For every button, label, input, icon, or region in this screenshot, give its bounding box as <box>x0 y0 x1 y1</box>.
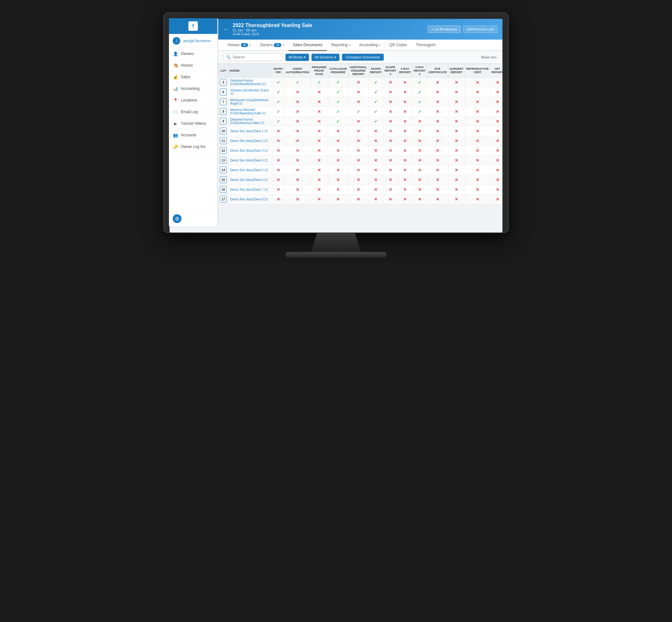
table-container[interactable]: LOT HORSE ENTRY FEE AGENT AUTHORISATION … <box>218 64 502 233</box>
table-row[interactable]: 6Yoshida (Jpn)/Amber Grace 21✓✕✕✓✕✓✕✕✓✕✕… <box>218 87 503 97</box>
back-button[interactable]: ← <box>223 26 229 33</box>
all-books-button[interactable]: All Books ▾ <box>285 54 309 61</box>
horse-name-cell[interactable]: Demo Sire (Aus)/Dam 6 21 <box>228 175 272 185</box>
table-row[interactable]: 14Demo Sire (Aus)/Dam 5 21✕✕✕✕✕✕✕✕✕✕✕✕✕✕… <box>218 165 503 175</box>
eye_cert-cell: ✕ <box>427 78 448 87</box>
reproductive_cert-cell: ✕ <box>465 78 490 87</box>
horse-name-cell[interactable]: Demo Sire (Aus)/Dam 5 21 <box>228 165 272 175</box>
cross-icon: ✕ <box>357 148 360 153</box>
table-row[interactable]: 10Demo Sire (Aus)/Dam 1 21✕✕✕✕✕✕✕✕✕✕✕✕✕✕… <box>218 126 503 136</box>
tab-sales-documents[interactable]: Sales Documents <box>289 40 327 51</box>
lot-cell: 3 <box>218 78 228 87</box>
sidebar-item-label: Owner Log Ins <box>181 144 205 149</box>
pedigree_proof-cell: ✕ <box>311 126 328 136</box>
settings-button[interactable]: ⚙ <box>173 214 181 223</box>
sidebar-item-owner-log-ins[interactable]: 🔑 Owner Log Ins <box>170 141 217 153</box>
cross-icon: ✕ <box>357 168 360 172</box>
tab-thoroughai[interactable]: ThoroughAI <box>411 40 440 51</box>
check-icon: ✓ <box>374 100 378 104</box>
consignor-docs-button[interactable]: Consignor Documents <box>342 54 384 61</box>
sidebar-user[interactable]: J Jack@Clientdemo <box>170 34 217 48</box>
horse-name-cell[interactable]: Yoshida (Jpn)/Amber Grace 21 <box>228 87 272 97</box>
cross-icon: ✕ <box>418 158 421 163</box>
entry_fee-cell: ✕ <box>272 126 284 136</box>
lot-badge: 10 <box>220 128 227 134</box>
table-row[interactable]: 12Demo Sire (Aus)/Dam 3 21✕✕✕✕✕✕✕✕✕✕✕✕✕✕… <box>218 146 503 156</box>
check-icon: ✓ <box>374 80 378 85</box>
horse-name-cell[interactable]: Demo Sire (Aus)/Dam 7 21 <box>228 185 272 195</box>
horses-badge: 43 <box>241 43 248 47</box>
search-input[interactable] <box>233 55 280 59</box>
xray_report2-cell: ✕ <box>412 175 427 185</box>
lot-breakdown-button[interactable]: + Lot Breakdown <box>428 26 461 33</box>
horse-name-cell[interactable]: Maximus Mischief (USA)/Appealing Katie 2… <box>228 107 272 116</box>
edit-lots-button[interactable]: Edit/Remove Lots <box>463 26 497 33</box>
sidebar-item-accounting[interactable]: 📊 Accounting <box>170 83 217 95</box>
table-row[interactable]: 17Demo Sire (Aus)/Dam 8 21✕✕✕✕✕✕✕✕✕✕✕✕✕✕… <box>218 195 503 204</box>
table-row[interactable]: 9Distorted Humor (USA)/Artemus Kitten 21… <box>218 116 503 126</box>
cross-icon: ✕ <box>296 197 299 202</box>
cross-icon: ✕ <box>476 177 479 182</box>
all-sessions-button[interactable]: All Sessions ▾ <box>312 54 340 61</box>
horse-name-cell[interactable]: Demo Sire (Aus)/Dam 2 21 <box>228 136 272 146</box>
horse-name-cell[interactable]: Demo Sire (Aus)/Dam 4 21 <box>228 156 272 165</box>
lot-badge: 15 <box>220 176 227 183</box>
col-header-scope-report: SCOPE REPORT <box>368 64 383 78</box>
table-row[interactable]: 7Mohaymen (Usa)/American Angel 21✓✕✕✓✕✓✕… <box>218 97 503 107</box>
table-row[interactable]: 13Demo Sire (Aus)/Dam 4 21✕✕✕✕✕✕✕✕✕✕✕✕✕✕… <box>218 156 503 165</box>
show-non-label: Show non- <box>481 55 497 59</box>
scope_report2-cell: ✕ <box>383 146 398 156</box>
agent_auth-cell: ✕ <box>284 165 311 175</box>
tab-accounting[interactable]: Accounting ▾ <box>355 40 385 51</box>
col-header-pedigree-proof: PEDIGREE PROOF PAGE <box>311 64 328 78</box>
scope_report2-cell: ✕ <box>383 107 398 116</box>
additional_pedigree-cell: ✓ <box>348 107 368 116</box>
sidebar-item-label: Horses <box>181 63 193 68</box>
entry_fee-cell: ✕ <box>272 165 284 175</box>
sidebar-item-owners[interactable]: 👤 Owners <box>170 48 217 60</box>
check-icon: ✓ <box>418 90 421 95</box>
horse-name-cell[interactable]: Demo Sire (Aus)/Dam 3 21 <box>228 146 272 156</box>
cross-icon: ✕ <box>436 90 439 95</box>
tab-reporting[interactable]: Reporting ▾ <box>327 40 355 51</box>
table-row[interactable]: 11Demo Sire (Aus)/Dam 2 21✕✕✕✕✕✕✕✕✕✕✕✕✕✕… <box>218 136 503 146</box>
cross-icon: ✕ <box>496 158 499 163</box>
table-row[interactable]: 16Demo Sire (Aus)/Dam 7 21✕✕✕✕✕✕✕✕✕✕✕✕✕✕… <box>218 185 503 195</box>
cross-icon: ✕ <box>357 139 360 143</box>
tab-horses[interactable]: Horses 43 ▾ <box>223 40 255 51</box>
xray_report2-cell: ✕ <box>412 146 427 156</box>
sidebar-item-sales[interactable]: 💰 Sales <box>170 71 217 83</box>
tab-qr-codes[interactable]: QR Codes <box>385 40 411 51</box>
horse-name-cell[interactable]: Demo Sire (Aus)/Dam 8 21 <box>228 195 272 204</box>
table-row[interactable]: 8Maximus Mischief (USA)/Appealing Katie … <box>218 107 503 116</box>
xray_report2-cell: ✓ <box>412 97 427 107</box>
horse-name-cell[interactable]: Demo Sire (Aus)/Dam 1 21 <box>228 126 272 136</box>
table-row[interactable]: 15Demo Sire (Aus)/Dam 6 21✕✕✕✕✕✕✕✕✕✕✕✕✕✕… <box>218 175 503 185</box>
sidebar-item-email-log[interactable]: ✉️ Email Log <box>170 106 217 118</box>
cross-icon: ✕ <box>496 119 499 124</box>
xray_report-cell: ✕ <box>397 195 412 204</box>
sidebar-item-tutorial-videos[interactable]: ▶ Tutorial Videos <box>170 118 217 130</box>
sidebar-item-horses[interactable]: 🐴 Horses <box>170 60 217 71</box>
check-icon: ✓ <box>336 90 340 95</box>
sidebar-item-accounts[interactable]: 👥 Accounts <box>170 130 217 141</box>
tab-owners[interactable]: Owners 15 ▾ <box>255 40 288 51</box>
agent_auth-cell: ✕ <box>284 185 311 195</box>
horse-name-cell[interactable]: Distorted Humor (USA)/Aireofdistinction … <box>228 78 272 87</box>
search-box[interactable]: 🔍 <box>223 54 283 61</box>
cross-icon: ✕ <box>436 109 439 114</box>
cross-icon: ✕ <box>476 129 479 134</box>
horse-name-cell[interactable]: Distorted Humor (USA)/Artemus Kitten 21 <box>228 116 272 126</box>
eye_cert-cell: ✕ <box>427 195 448 204</box>
cross-icon: ✕ <box>436 168 439 172</box>
scope_report-cell: ✓ <box>368 116 383 126</box>
owners-badge: 15 <box>274 43 281 47</box>
table-row[interactable]: 3Distorted Humor (USA)/Aireofdistinction… <box>218 78 503 87</box>
pedigree_proof-cell: ✕ <box>311 175 328 185</box>
horse-name-cell[interactable]: Mohaymen (Usa)/American Angel 21 <box>228 97 272 107</box>
cross-icon: ✕ <box>496 80 499 85</box>
cross-icon: ✕ <box>389 187 392 192</box>
xray_report2-cell: ✓ <box>412 78 427 87</box>
cross-icon: ✕ <box>418 139 421 143</box>
sidebar-item-locations[interactable]: 📍 Locations <box>170 95 217 106</box>
